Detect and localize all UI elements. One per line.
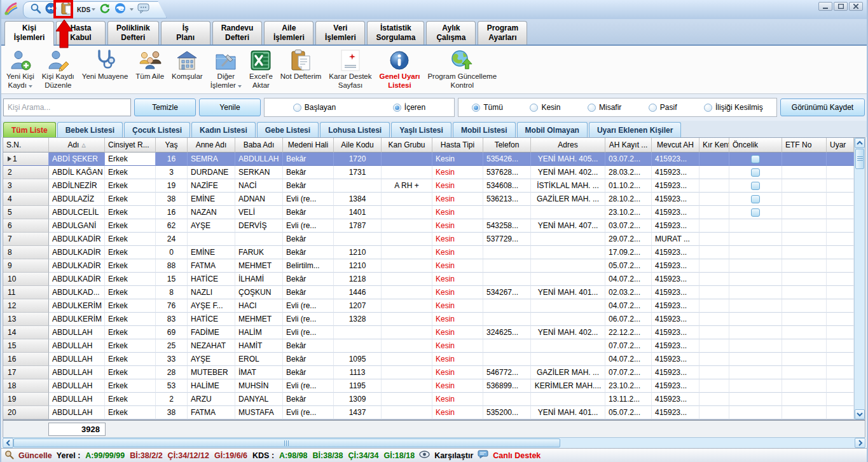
cell-tip[interactable]: Kesin	[432, 233, 483, 246]
cell-oncelik[interactable]	[729, 273, 782, 286]
cell-kirkent[interactable]	[699, 406, 729, 419]
cell-aile[interactable]: 1207	[334, 299, 382, 313]
table-row[interactable]: 16ABDULLAHErkek33AYŞEEROLBekâr1095Kesin0…	[3, 353, 854, 366]
row-indicator[interactable]: 13	[3, 313, 49, 326]
cell-yas[interactable]: 15	[156, 273, 188, 286]
cell-adres[interactable]: YENİ MAH. 407...	[531, 219, 605, 233]
cell-oncelik[interactable]	[729, 326, 782, 339]
table-row[interactable]: 10ABDULKADİRErkek15HATİCEİLHAMİBekâr1218…	[3, 273, 854, 286]
row-indicator[interactable]: 8	[3, 246, 49, 259]
cell-aile[interactable]: 1446	[334, 286, 382, 299]
cell-cinsiyet[interactable]: Erkek	[105, 219, 156, 233]
cell-kirkent[interactable]	[699, 153, 729, 166]
listtab-gebe-listesi[interactable]: Gebe Listesi	[257, 122, 319, 137]
compare-link[interactable]: Karşılaştır	[434, 451, 473, 460]
cell-aile[interactable]: 1309	[334, 393, 382, 406]
cell-kirkent[interactable]	[699, 299, 729, 313]
scroll-up-button[interactable]	[855, 138, 865, 148]
cell-baba[interactable]: SERKAN	[235, 166, 283, 179]
cell-oncelik[interactable]	[729, 219, 782, 233]
ribbon-kisi-kaydi-duzenle[interactable]: Kişi KaydıDüzenle	[38, 48, 78, 91]
cell-tel[interactable]: 537729...	[483, 233, 531, 246]
cell-cinsiyet[interactable]: Erkek	[105, 326, 156, 339]
column-header-etf[interactable]: ETF No	[782, 138, 827, 153]
chevron-down-icon[interactable]	[130, 8, 134, 11]
cell-adi[interactable]: ABDULLAH	[49, 326, 105, 339]
cell-tip[interactable]: Kesin	[432, 406, 483, 419]
cell-ahkayit[interactable]: 04.07.2...	[605, 299, 652, 313]
cell-etf[interactable]	[782, 313, 827, 326]
cell-oncelik[interactable]	[729, 233, 782, 246]
cell-yas[interactable]: 0	[156, 246, 188, 259]
cell-ahkayit[interactable]: 01.10.2...	[605, 179, 652, 193]
cell-kan[interactable]	[382, 246, 432, 259]
cell-baba[interactable]: DANYAL	[235, 393, 283, 406]
cell-tel[interactable]	[483, 273, 531, 286]
cell-anne[interactable]: HALİME	[188, 379, 235, 393]
cell-baba[interactable]: FARUK	[235, 246, 283, 259]
column-header-medeni[interactable]: Medeni Hali	[283, 138, 334, 153]
column-header-tel[interactable]: Telefon	[483, 138, 531, 153]
save-view-button[interactable]: Görünümü Kaydet	[780, 99, 865, 116]
cell-kan[interactable]	[382, 233, 432, 246]
cell-kirkent[interactable]	[699, 219, 729, 233]
cell-medeni[interactable]: Evli (re...	[283, 379, 334, 393]
cell-mevcut[interactable]: 415923...	[652, 326, 699, 339]
cell-aile[interactable]: 1328	[334, 313, 382, 326]
cell-etf[interactable]	[782, 206, 827, 219]
cell-medeni[interactable]: Bekâr	[283, 179, 334, 193]
vertical-scroll-thumb[interactable]	[855, 149, 864, 169]
cell-kan[interactable]	[382, 339, 432, 353]
cell-uyar[interactable]	[827, 406, 854, 419]
cell-medeni[interactable]: Bekâr	[283, 206, 334, 219]
cell-cinsiyet[interactable]: Erkek	[105, 339, 156, 353]
cell-anne[interactable]: HATİCE	[188, 273, 235, 286]
radio-ilisigi-kesilmis[interactable]: İlişiği Kesilmiş	[704, 103, 763, 112]
cell-tip[interactable]: Kesin	[432, 393, 483, 406]
cell-tip[interactable]: Kesin	[432, 339, 483, 353]
cell-adres[interactable]	[531, 299, 605, 313]
column-header-oncelik[interactable]: Öncelik	[729, 138, 782, 153]
cell-etf[interactable]	[782, 299, 827, 313]
cell-oncelik[interactable]	[729, 259, 782, 273]
table-row[interactable]: 18ABDULLAHErkek53HALİMEMUHSİNEvli (re...…	[3, 379, 854, 393]
priority-checkbox-icon[interactable]	[751, 208, 760, 217]
cell-cinsiyet[interactable]: Erkek	[105, 286, 156, 299]
listtab-lohusa-listesi[interactable]: Lohusa Listesi	[320, 122, 390, 137]
cell-adres[interactable]	[531, 233, 605, 246]
tab-aylik-calisma[interactable]: AylıkÇalışma	[426, 21, 476, 44]
cell-uyar[interactable]	[827, 246, 854, 259]
cell-adres[interactable]: İSTİKLAL MAH. ...	[531, 179, 605, 193]
cell-baba[interactable]: HALİM	[235, 326, 283, 339]
cell-mevcut[interactable]: 415923...	[652, 166, 699, 179]
cell-medeni[interactable]: Evli (re...	[283, 299, 334, 313]
ribbon-karar-destek-sayfasi[interactable]: Karar DestekSayfası	[325, 48, 375, 91]
cell-cinsiyet[interactable]: Erkek	[105, 366, 156, 379]
cell-tip[interactable]: Kesin	[432, 179, 483, 193]
cell-tel[interactable]: 535200...	[483, 406, 531, 419]
cell-tel[interactable]	[483, 299, 531, 313]
cell-oncelik[interactable]	[729, 193, 782, 206]
cell-anne[interactable]: NAZLI	[188, 286, 235, 299]
cell-cinsiyet[interactable]: Erkek	[105, 233, 156, 246]
cell-medeni[interactable]: Evli (re...	[283, 219, 334, 233]
cell-aile[interactable]: 1218	[334, 273, 382, 286]
column-header-uyar[interactable]: Uyar	[827, 138, 854, 153]
chat-icon[interactable]	[137, 3, 149, 17]
column-header-aile[interactable]: Aile Kodu	[334, 138, 382, 153]
cell-kan[interactable]	[382, 299, 432, 313]
listtab-yasli-listesi[interactable]: Yaşlı Listesi	[391, 122, 451, 137]
cell-adres[interactable]	[531, 259, 605, 273]
cell-kirkent[interactable]	[699, 393, 729, 406]
column-header-kan[interactable]: Kan Grubu	[382, 138, 432, 153]
cell-kirkent[interactable]	[699, 206, 729, 219]
cell-yas[interactable]: 16	[156, 153, 188, 166]
column-header-sn[interactable]: S.N.	[3, 138, 49, 153]
cell-tel[interactable]: 535426...	[483, 153, 531, 166]
cell-yas[interactable]: 88	[156, 259, 188, 273]
tab-veri-islemleri[interactable]: Veriİşlemleri	[315, 21, 365, 44]
cell-cinsiyet[interactable]: Erkek	[105, 166, 156, 179]
cell-tip[interactable]: Kesin	[432, 166, 483, 179]
cell-adi[interactable]: ABDULKERİM	[49, 299, 105, 313]
listtab-mobil-olmayan[interactable]: Mobil Olmayan	[517, 122, 588, 137]
